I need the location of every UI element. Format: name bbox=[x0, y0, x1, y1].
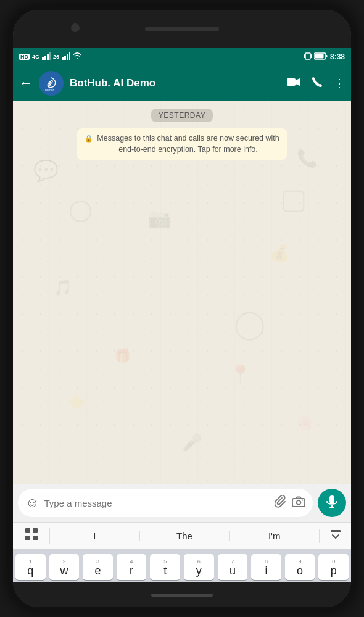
voice-call-button[interactable] bbox=[312, 77, 323, 91]
svg-rect-36 bbox=[25, 528, 30, 533]
svg-text:💰: 💰 bbox=[270, 243, 290, 263]
svg-text:🌸: 🌸 bbox=[297, 415, 314, 431]
keyboard-row: 1 q 2 w 3 e 4 r 5 t bbox=[13, 549, 351, 582]
autocomplete-word-3[interactable]: I'm bbox=[230, 531, 319, 541]
svg-rect-4 bbox=[62, 57, 64, 60]
key-p[interactable]: 0 p bbox=[318, 554, 349, 580]
grid-icon bbox=[25, 528, 38, 544]
key-o[interactable]: 9 o bbox=[285, 554, 315, 580]
bottom-bar: ☺ bbox=[13, 484, 351, 582]
svg-rect-37 bbox=[33, 528, 38, 533]
wifi-icon bbox=[73, 52, 81, 61]
svg-text:📍: 📍 bbox=[230, 363, 252, 385]
more-options-button[interactable]: ⋮ bbox=[334, 77, 345, 90]
encryption-text: Messages to this chat and calls are now … bbox=[97, 133, 279, 155]
chat-header: ← bothub BotHub. AI Demo bbox=[13, 65, 351, 101]
message-input[interactable] bbox=[44, 498, 270, 508]
svg-rect-6 bbox=[67, 54, 68, 60]
svg-rect-16 bbox=[287, 78, 296, 86]
carrier-hd: HD bbox=[19, 54, 30, 60]
camera-cutout bbox=[71, 23, 80, 32]
autocomplete-words: I The I'm bbox=[50, 531, 319, 541]
svg-text:🎁: 🎁 bbox=[114, 347, 131, 364]
contact-avatar[interactable]: bothub bbox=[39, 71, 64, 96]
svg-rect-40 bbox=[331, 530, 341, 532]
bottom-bezel bbox=[13, 582, 351, 607]
network-26: 26 bbox=[53, 54, 59, 60]
key-w[interactable]: 2 w bbox=[49, 554, 80, 580]
emoji-button[interactable]: ☺ bbox=[25, 495, 39, 511]
mic-button[interactable] bbox=[318, 489, 346, 517]
signal-bars-2 bbox=[62, 52, 70, 61]
svg-point-28 bbox=[236, 313, 263, 340]
input-row: ☺ bbox=[13, 484, 351, 522]
lock-icon: 🔒 bbox=[85, 134, 93, 143]
battery-icon bbox=[314, 52, 328, 61]
encryption-notice[interactable]: 🔒 Messages to this chat and calls are no… bbox=[77, 128, 287, 160]
autocomplete-word-2[interactable]: The bbox=[140, 531, 230, 541]
svg-rect-8 bbox=[305, 53, 310, 59]
top-bezel bbox=[13, 10, 351, 48]
svg-text:bothub: bothub bbox=[45, 88, 55, 92]
svg-rect-1 bbox=[44, 56, 46, 60]
svg-rect-38 bbox=[25, 536, 30, 540]
status-right: 8:38 bbox=[304, 52, 345, 62]
keyboard-switcher[interactable] bbox=[13, 528, 50, 544]
speaker-grille bbox=[145, 27, 219, 31]
screen: HD 4G 26 8:38 bbox=[13, 48, 351, 582]
chat-title: BotHub. AI Demo bbox=[70, 77, 281, 89]
home-bar bbox=[151, 594, 213, 597]
svg-rect-0 bbox=[42, 57, 44, 60]
date-separator: YESTERDAY bbox=[151, 109, 213, 122]
key-r[interactable]: 4 r bbox=[117, 554, 147, 580]
key-u[interactable]: 7 u bbox=[218, 554, 248, 580]
key-y[interactable]: 6 y bbox=[184, 554, 214, 580]
svg-text:🎤: 🎤 bbox=[182, 433, 202, 452]
vibrate-icon bbox=[304, 52, 312, 62]
message-input-box[interactable]: ☺ bbox=[18, 489, 313, 517]
svg-text:⭐: ⭐ bbox=[67, 393, 86, 411]
svg-rect-12 bbox=[326, 55, 327, 57]
svg-rect-29 bbox=[283, 191, 304, 212]
signal-4g: 4G bbox=[32, 54, 39, 60]
status-left: HD 4G 26 bbox=[19, 52, 81, 61]
autocomplete-row: I The I'm bbox=[13, 522, 351, 549]
back-button[interactable]: ← bbox=[19, 75, 33, 91]
key-e[interactable]: 3 e bbox=[83, 554, 113, 580]
clock: 8:38 bbox=[330, 52, 345, 61]
keyboard-collapse[interactable] bbox=[319, 529, 351, 543]
attach-button[interactable] bbox=[275, 495, 287, 511]
svg-rect-5 bbox=[64, 56, 66, 60]
key-i[interactable]: 8 i bbox=[251, 554, 281, 580]
header-actions: ⋮ bbox=[287, 77, 345, 91]
svg-text:🎵: 🎵 bbox=[54, 278, 73, 296]
svg-rect-33 bbox=[329, 495, 334, 503]
svg-point-27 bbox=[70, 201, 91, 222]
svg-text:📷: 📷 bbox=[148, 207, 172, 230]
signal-bars-1 bbox=[42, 52, 51, 61]
phone-frame: HD 4G 26 8:38 bbox=[9, 6, 355, 611]
autocomplete-word-1[interactable]: I bbox=[50, 531, 140, 541]
camera-button[interactable] bbox=[292, 496, 305, 510]
key-t[interactable]: 5 t bbox=[150, 554, 180, 580]
svg-rect-10 bbox=[310, 54, 312, 58]
video-call-button[interactable] bbox=[287, 77, 300, 90]
key-q[interactable]: 1 q bbox=[15, 554, 46, 580]
chat-area: 💬 📞 📷 🎵 💰 🎁 📍 ⭐ 🌸 🎤 YESTERD bbox=[13, 101, 351, 484]
svg-rect-2 bbox=[47, 54, 49, 60]
svg-point-31 bbox=[297, 500, 301, 505]
avatar-image: bothub bbox=[39, 71, 64, 96]
status-bar: HD 4G 26 8:38 bbox=[13, 48, 351, 65]
svg-rect-39 bbox=[33, 536, 38, 540]
collapse-icon bbox=[330, 529, 341, 543]
svg-rect-3 bbox=[49, 52, 51, 60]
mic-icon bbox=[326, 495, 338, 511]
svg-rect-9 bbox=[304, 54, 305, 58]
svg-rect-7 bbox=[69, 52, 70, 60]
chat-messages: YESTERDAY 🔒 Messages to this chat and ca… bbox=[13, 101, 351, 167]
svg-rect-13 bbox=[315, 54, 323, 59]
svg-point-32 bbox=[302, 499, 304, 500]
